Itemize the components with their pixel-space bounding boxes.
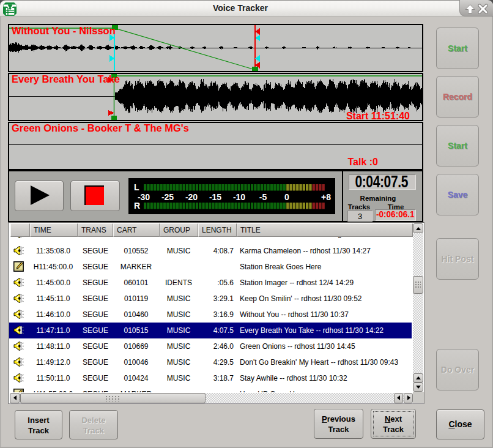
svg-text:Talk :0: Talk :0 xyxy=(348,157,379,167)
svg-text:Start 11:51:40: Start 11:51:40 xyxy=(346,111,410,121)
svg-text:-30: -30 xyxy=(138,192,150,202)
svg-text:+8: +8 xyxy=(321,192,331,202)
svg-text:-25: -25 xyxy=(161,192,174,202)
svg-text:Every Breath You Take: Every Breath You Take xyxy=(12,73,120,84)
svg-text:-15: -15 xyxy=(209,192,221,202)
svg-text:-20: -20 xyxy=(185,192,198,202)
svg-text:Without You - Nilsson: Without You - Nilsson xyxy=(12,25,116,36)
svg-text:-10: -10 xyxy=(233,192,245,202)
svg-text:R: R xyxy=(134,201,140,211)
svg-text:0: 0 xyxy=(284,192,289,202)
svg-text:L: L xyxy=(134,182,139,192)
svg-text:Green Onions - Booker T & The: Green Onions - Booker T & The MG's xyxy=(12,122,189,133)
svg-text:-5: -5 xyxy=(259,192,267,202)
